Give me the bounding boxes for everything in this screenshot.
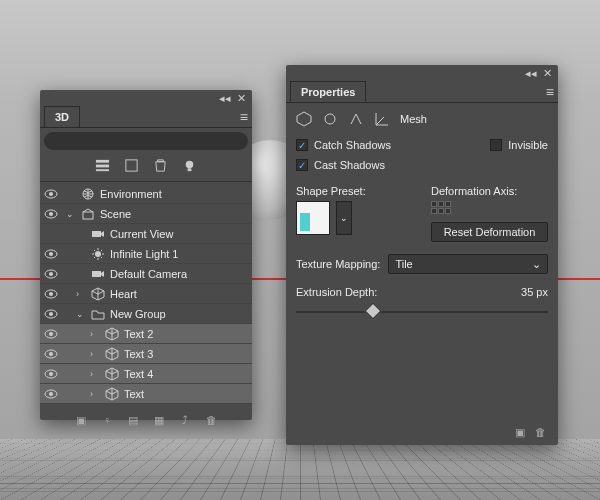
item-label: Heart <box>110 288 248 300</box>
svg-rect-1 <box>96 165 109 168</box>
trash-icon[interactable]: 🗑 <box>204 414 218 427</box>
mode-coord-icon[interactable] <box>374 111 390 127</box>
filter-cube-icon[interactable] <box>124 158 139 173</box>
new-group-icon[interactable]: ▦ <box>152 414 166 427</box>
panel-collapse-icon[interactable]: ◂◂ <box>219 92 231 105</box>
filter-row <box>40 154 252 182</box>
item-label: Current View <box>110 228 248 240</box>
item-label: Text 2 <box>124 328 248 340</box>
tree-item-heart[interactable]: ›Heart <box>40 284 252 304</box>
visibility-toggle[interactable] <box>44 249 58 259</box>
item-label: Infinite Light 1 <box>110 248 248 260</box>
mesh-icon <box>104 387 120 401</box>
chevron-down-icon: ⌄ <box>532 258 541 271</box>
mesh-icon <box>104 367 120 381</box>
tree-item-text[interactable]: ›Text <box>40 384 252 404</box>
visibility-toggle[interactable] <box>44 189 58 199</box>
filter-trash-icon[interactable] <box>153 158 168 173</box>
tree-item-text-3[interactable]: ›Text 3 <box>40 344 252 364</box>
panel-menu-icon[interactable]: ≡ <box>240 112 248 122</box>
expand-arrow[interactable]: › <box>90 329 100 339</box>
item-label: Default Camera <box>110 268 248 280</box>
visibility-toggle[interactable] <box>44 349 58 359</box>
panel-properties: ◂◂ ✕ Properties ≡ Mesh ✓ Catch Shadows I… <box>286 65 558 445</box>
panel-close-icon[interactable]: ✕ <box>237 92 246 105</box>
panel-close-icon[interactable]: ✕ <box>543 67 552 80</box>
filter-view-icon[interactable] <box>95 158 110 173</box>
svg-point-26 <box>49 352 53 356</box>
tree-item-text-4[interactable]: ›Text 4 <box>40 364 252 384</box>
tree-item-current-view[interactable]: Current View <box>40 224 252 244</box>
checkbox-invisible[interactable] <box>490 139 502 151</box>
label-deform-axis: Deformation Axis: <box>431 185 548 197</box>
camera-icon <box>90 267 106 281</box>
svg-point-4 <box>186 161 194 169</box>
panel-3d: ◂◂ ✕ 3D ≡ Environment⌄SceneCurrent ViewI… <box>40 90 252 420</box>
expand-arrow[interactable]: › <box>90 389 100 399</box>
svg-rect-18 <box>92 271 101 277</box>
svg-point-22 <box>49 312 53 316</box>
shape-preset-thumb[interactable] <box>296 201 330 235</box>
render-settings-icon[interactable]: ▣ <box>515 426 525 439</box>
group-icon <box>90 307 106 321</box>
svg-rect-3 <box>126 160 137 171</box>
new-light-icon[interactable]: ♀ <box>100 414 114 427</box>
export-icon[interactable]: ⤴ <box>178 414 192 427</box>
mode-cap-icon[interactable] <box>348 111 364 127</box>
svg-rect-12 <box>92 231 101 237</box>
svg-point-31 <box>325 114 335 124</box>
svg-point-30 <box>49 392 53 396</box>
mode-mesh-icon[interactable] <box>296 111 312 127</box>
mesh-label: Mesh <box>400 113 427 125</box>
tab-properties[interactable]: Properties <box>290 81 366 102</box>
visibility-toggle[interactable] <box>44 389 58 399</box>
visibility-toggle[interactable] <box>44 329 58 339</box>
visibility-toggle[interactable] <box>44 309 58 319</box>
reset-deformation-button[interactable]: Reset Deformation <box>431 222 548 242</box>
panel-collapse-icon[interactable]: ◂◂ <box>525 67 537 80</box>
visibility-toggle[interactable] <box>44 209 58 219</box>
expand-arrow[interactable]: › <box>90 369 100 379</box>
mesh-mode-row: Mesh <box>296 109 548 135</box>
checkbox-cast-shadows[interactable]: ✓ <box>296 159 308 171</box>
tab-3d[interactable]: 3D <box>44 106 80 127</box>
checkbox-catch-shadows[interactable]: ✓ <box>296 139 308 151</box>
new-mesh-icon[interactable]: ▣ <box>74 414 88 427</box>
svg-point-7 <box>49 192 53 196</box>
camera-icon <box>90 227 106 241</box>
expand-arrow[interactable]: › <box>90 349 100 359</box>
label-texture-mapping: Texture Mapping: <box>296 258 380 270</box>
expand-arrow[interactable]: › <box>76 289 86 299</box>
tree-item-infinite-light-1[interactable]: Infinite Light 1 <box>40 244 252 264</box>
trash-icon[interactable]: 🗑 <box>535 426 546 439</box>
item-label: Text <box>124 388 248 400</box>
tree-item-environment[interactable]: Environment <box>40 184 252 204</box>
value-extrusion-depth[interactable]: 35 px <box>521 286 548 298</box>
tree-item-text-2[interactable]: ›Text 2 <box>40 324 252 344</box>
visibility-toggle[interactable] <box>44 289 58 299</box>
search-input-3d[interactable] <box>44 132 248 150</box>
svg-point-10 <box>49 212 53 216</box>
texture-mapping-select[interactable]: Tile⌄ <box>388 254 548 274</box>
deformation-axis-grid[interactable] <box>431 201 548 214</box>
tree-item-default-camera[interactable]: Default Camera <box>40 264 252 284</box>
extrusion-slider[interactable] <box>296 304 548 320</box>
visibility-toggle[interactable] <box>44 269 58 279</box>
item-label: Text 4 <box>124 368 248 380</box>
label-cast-shadows: Cast Shadows <box>314 159 385 171</box>
item-label: New Group <box>110 308 248 320</box>
svg-point-14 <box>49 252 53 256</box>
tree-item-scene[interactable]: ⌄Scene <box>40 204 252 224</box>
ground-grid <box>0 439 600 500</box>
filter-light-icon[interactable] <box>182 158 197 173</box>
panel-menu-icon[interactable]: ≡ <box>546 87 554 97</box>
new-camera-icon[interactable]: ▤ <box>126 414 140 427</box>
expand-arrow[interactable]: ⌄ <box>76 309 86 319</box>
expand-arrow[interactable]: ⌄ <box>66 209 76 219</box>
scene-tree: Environment⌄SceneCurrent ViewInfinite Li… <box>40 182 252 406</box>
mesh-icon <box>104 347 120 361</box>
tree-item-new-group[interactable]: ⌄New Group <box>40 304 252 324</box>
mode-deform-icon[interactable] <box>322 111 338 127</box>
visibility-toggle[interactable] <box>44 369 58 379</box>
shape-preset-dropdown[interactable]: ⌄ <box>336 201 352 235</box>
